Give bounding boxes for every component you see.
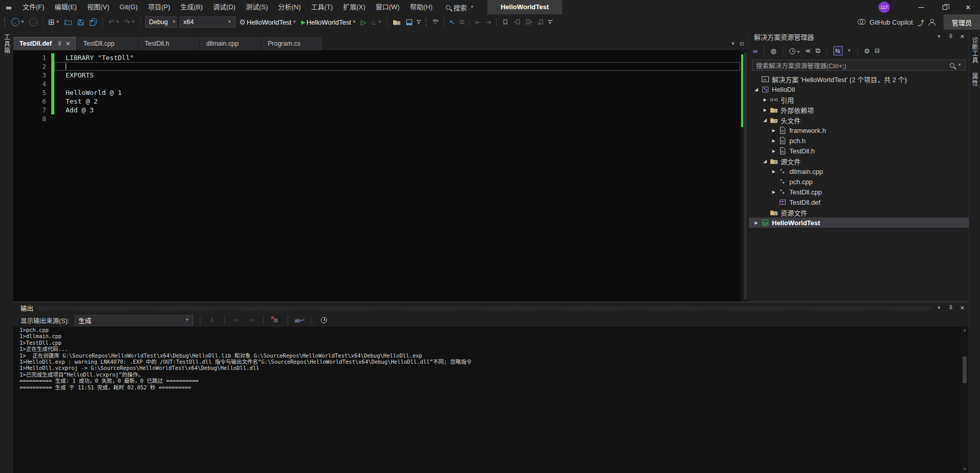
hot-reload-button[interactable]: ♨▼ xyxy=(370,16,383,28)
properties-wrench-button[interactable]: ⚙ xyxy=(864,47,870,55)
code-line[interactable]: 7 Add @ 3 xyxy=(13,106,740,114)
properties-window-button[interactable] xyxy=(404,16,414,28)
window-position-dropdown-icon[interactable]: ▼ xyxy=(937,34,942,39)
menu-item[interactable]: 工具(T) xyxy=(306,0,338,14)
open-file-button[interactable] xyxy=(63,16,73,28)
collapse-all-button[interactable]: ≪ xyxy=(805,48,811,54)
active-files-dropdown-icon[interactable]: ▼ xyxy=(731,42,736,46)
toggle-bookmark-button[interactable] xyxy=(501,16,510,28)
toolbar-overflow-button[interactable]: ▼ xyxy=(417,20,421,25)
pending-changes-filter-button[interactable]: ▼ xyxy=(789,47,801,55)
tree-item[interactable]: TestDll.def xyxy=(749,197,969,207)
menu-item[interactable]: 文件(F) xyxy=(17,0,50,14)
previous-bookmark-button[interactable] xyxy=(513,16,522,28)
pin-icon[interactable] xyxy=(948,33,954,40)
toolbar-overflow-button[interactable]: ▼ xyxy=(548,20,553,25)
chevron-down-icon[interactable]: ▼ xyxy=(847,49,851,53)
tab-strip-menu-icon[interactable]: ⊟ xyxy=(740,41,744,47)
search-box[interactable]: 搜索 ▼ xyxy=(446,3,474,12)
toggle-word-wrap-button[interactable]: ab↵ xyxy=(295,315,305,325)
navigate-back-button[interactable]: ←▼ xyxy=(10,16,26,28)
close-button[interactable]: ✕ xyxy=(956,0,980,14)
menu-item[interactable]: 分析(N) xyxy=(273,0,306,14)
scroll-down-icon[interactable]: ▼ xyxy=(963,466,967,473)
diagnostic-tools-tab[interactable]: 诊断工具 xyxy=(970,37,979,64)
share-button[interactable]: ⤴ xyxy=(916,16,925,28)
pin-icon[interactable] xyxy=(57,41,63,47)
next-message-button[interactable]: ⇨ xyxy=(247,315,257,325)
expander-icon[interactable]: ▶ xyxy=(761,108,769,112)
panel-drag-handle[interactable] xyxy=(38,306,932,310)
decrease-indent-button[interactable]: ⇤ xyxy=(474,16,482,28)
tree-item[interactable]: ▶ h pch.h xyxy=(749,135,969,146)
code-line[interactable]: 4 xyxy=(13,80,740,88)
spell-check-button[interactable]: abc✓ xyxy=(432,16,439,28)
tree-item[interactable]: ▶ C# HelloWorldTest xyxy=(749,218,969,228)
goto-message-button[interactable]: ⇩ xyxy=(207,315,217,325)
menu-item[interactable]: 编辑(E) xyxy=(50,0,82,14)
next-bookmark-button[interactable] xyxy=(524,16,534,28)
timestamp-button[interactable] xyxy=(319,315,329,325)
solution-configuration-combo[interactable]: Debug▼ xyxy=(145,16,177,28)
tree-item[interactable]: ◢ 源文件 xyxy=(749,156,969,166)
output-vertical-scrollbar[interactable]: ▲ ▼ xyxy=(961,327,969,473)
save-button[interactable] xyxy=(76,16,86,28)
expander-icon[interactable]: ▶ xyxy=(769,169,778,174)
previous-message-button[interactable]: ⇦ xyxy=(231,315,241,325)
expander-icon[interactable]: ▶ xyxy=(761,97,769,102)
code-line[interactable]: 8 xyxy=(13,114,740,123)
expander-icon[interactable]: ▶ xyxy=(769,139,778,143)
scroll-up-icon[interactable]: ▲ xyxy=(963,327,967,334)
menu-item[interactable]: Git(G) xyxy=(114,0,142,14)
output-log[interactable]: 1>pch.cpp1>dllmain.cpp1>TestDll.cpp1>正在生… xyxy=(13,327,961,473)
menu-item[interactable]: 窗口(W) xyxy=(371,0,405,14)
expander-icon[interactable]: ▶ xyxy=(752,221,761,225)
scrollbar-thumb[interactable] xyxy=(744,52,747,300)
solution-platform-combo[interactable]: x64▼ xyxy=(179,16,236,28)
expander-icon[interactable]: ▶ xyxy=(769,128,778,133)
tree-item[interactable]: ▶ dllmain.cpp xyxy=(749,166,969,176)
menu-item[interactable]: 测试(S) xyxy=(240,0,273,14)
document-tab[interactable]: TestDll.cpp xyxy=(77,37,138,50)
find-in-files-button[interactable] xyxy=(392,16,402,28)
new-project-button[interactable]: ⊞▼ xyxy=(47,16,61,28)
pin-icon[interactable] xyxy=(948,305,954,311)
sync-with-active-document-button[interactable]: ⇆ xyxy=(833,46,843,55)
menu-item[interactable]: 生成(B) xyxy=(175,0,208,14)
tree-item[interactable]: ◢ HelloDll xyxy=(749,84,969,94)
properties-tab[interactable]: 属性 xyxy=(970,73,979,86)
switch-views-button[interactable]: ∞ xyxy=(753,47,758,55)
restore-button[interactable] xyxy=(933,0,956,14)
start-debugging-button[interactable]: ▶HelloWorldTest▼ xyxy=(300,16,357,28)
menu-item[interactable]: 帮助(H) xyxy=(405,0,438,14)
code-line[interactable]: 1 LIBRARY "TestDll" xyxy=(13,53,740,62)
toolbox-tab[interactable]: 工具箱 xyxy=(3,34,11,54)
close-icon[interactable]: ✕ xyxy=(960,305,965,311)
code-editor[interactable]: 1 LIBRARY "TestDll" 2 3 EXPORTS xyxy=(13,50,740,302)
tree-item[interactable]: ▶ 外部依赖项 xyxy=(749,105,969,115)
tree-item[interactable]: ▶ TestDll.cpp xyxy=(749,187,969,197)
redo-button[interactable]: ↷▼ xyxy=(123,16,136,28)
feedback-button[interactable] xyxy=(928,16,936,28)
menu-item[interactable]: 扩展(X) xyxy=(338,0,370,14)
tree-item[interactable]: ∞ 解决方案 'HelloWorldTest' (2 个项目，共 2 个) xyxy=(749,74,969,84)
tree-item[interactable]: ◢ 头文件 xyxy=(749,115,969,125)
scrollbar-thumb[interactable] xyxy=(963,357,967,383)
toolbar-grip[interactable] xyxy=(425,17,427,27)
undo-button[interactable]: ↶▼ xyxy=(107,16,120,28)
window-position-dropdown-icon[interactable]: ▼ xyxy=(937,306,942,310)
tree-item[interactable]: ▶ 引用 xyxy=(749,94,969,105)
document-tab[interactable]: Program.cs xyxy=(261,37,323,50)
sync-document-button[interactable]: ⧉ xyxy=(459,16,465,28)
menu-item[interactable]: 视图(V) xyxy=(82,0,114,14)
expander-icon[interactable]: ▶ xyxy=(769,149,778,153)
tree-item[interactable]: ▶ h TestDll.h xyxy=(749,146,969,156)
preview-selected-items-button[interactable]: ⊟ xyxy=(874,47,880,54)
expander-icon[interactable]: ◢ xyxy=(752,87,761,92)
start-without-debugging-button[interactable]: ▷ xyxy=(360,16,367,28)
save-all-button[interactable] xyxy=(88,16,98,28)
close-icon[interactable]: ✕ xyxy=(960,33,965,40)
home-button[interactable]: ◍ xyxy=(770,47,776,55)
output-source-combo[interactable]: 生成 ▼ xyxy=(74,315,193,326)
tree-item[interactable]: ▶ h framework.h xyxy=(749,125,969,135)
